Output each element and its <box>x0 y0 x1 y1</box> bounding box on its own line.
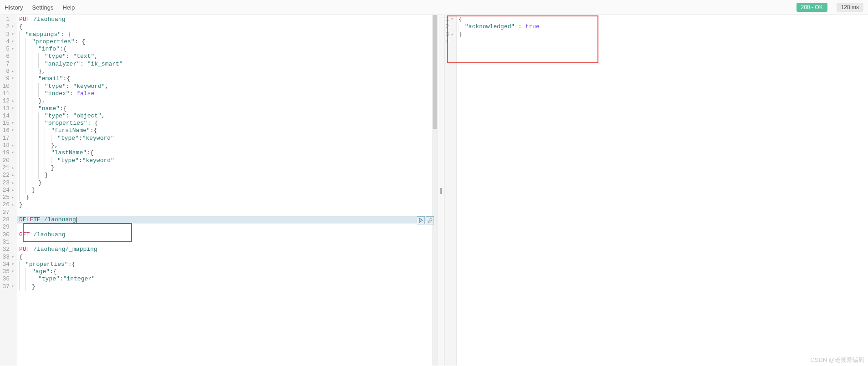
right-gutter: 1▾23▴4 <box>444 15 457 366</box>
wrench-button[interactable] <box>426 216 434 224</box>
menu-history[interactable]: History <box>5 4 23 11</box>
request-editor[interactable]: 12▾3▾4▾5▾678▴9▾101112▴13▾1415▾16▾1718▴19… <box>0 15 438 366</box>
pane-splitter[interactable]: ‖ <box>438 15 444 366</box>
status-badge: 200 - OK <box>797 3 827 12</box>
scrollbar-vertical[interactable] <box>432 15 438 366</box>
response-editor[interactable]: 1▾23▴4 {"acknowledged" : true} <box>444 15 868 366</box>
request-pane: 12▾3▾4▾5▾678▴9▾101112▴13▾1415▾16▾1718▴19… <box>0 15 438 366</box>
splitter-handle-icon: ‖ <box>439 187 443 194</box>
menu-help[interactable]: Help <box>62 4 75 11</box>
menu-bar: History Settings Help 200 - OK 128 ms <box>0 0 868 15</box>
scrollbar-thumb[interactable] <box>433 15 437 129</box>
left-code[interactable]: PUT /laohuang{"mappings": {"properties":… <box>17 15 438 366</box>
response-pane: 1▾23▴4 {"acknowledged" : true} <box>444 15 868 366</box>
right-code: {"acknowledged" : true} <box>457 15 868 366</box>
watermark: CSDN @老黄爱编码 <box>810 356 864 364</box>
left-gutter: 12▾3▾4▾5▾678▴9▾101112▴13▾1415▾16▾1718▴19… <box>0 15 17 366</box>
menu-settings[interactable]: Settings <box>32 4 53 11</box>
split-container: 12▾3▾4▾5▾678▴9▾101112▴13▾1415▾16▾1718▴19… <box>0 15 868 366</box>
run-request-button[interactable] <box>417 216 425 224</box>
timing-badge: 128 ms <box>837 3 863 12</box>
